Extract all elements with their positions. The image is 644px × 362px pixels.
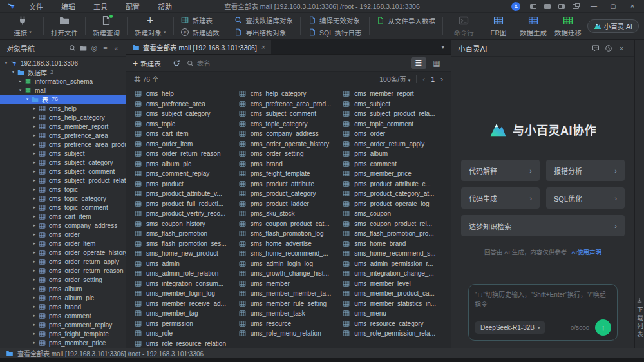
table-item[interactable]: sms_coupon bbox=[343, 209, 447, 219]
chevron-right-icon[interactable]: ▸ bbox=[31, 142, 38, 147]
tree-item-cms_prefrence_area[interactable]: ▸cms_prefrence_area bbox=[0, 131, 126, 140]
table-item[interactable]: sms_flash_promotion_pro... bbox=[343, 229, 447, 239]
table-item[interactable]: ums_integration_change_... bbox=[343, 269, 447, 279]
send-button[interactable]: ↑ bbox=[595, 319, 611, 336]
list-view-toggle[interactable]: ☰ bbox=[411, 57, 426, 69]
table-item[interactable]: ums_member_tag bbox=[135, 309, 239, 319]
table-item[interactable]: pms_album_pic bbox=[135, 159, 239, 169]
chevron-right-icon[interactable]: ▸ bbox=[31, 322, 38, 327]
grid-view-toggle[interactable]: ▦ bbox=[429, 57, 444, 69]
tree-item-[interactable]: ▾表76 bbox=[0, 95, 126, 104]
tree-item-pms_feight_template[interactable]: ▸pms_feight_template bbox=[0, 329, 126, 338]
table-search-input[interactable] bbox=[197, 59, 268, 67]
tree-item-pms_album[interactable]: ▸pms_album bbox=[0, 284, 126, 293]
table-item[interactable]: pms_product_attribute bbox=[239, 179, 343, 189]
toolbar-export-button[interactable]: 导出结构对象 bbox=[234, 28, 294, 37]
tree-item-pms_member_price[interactable]: ▸pms_member_price bbox=[0, 338, 126, 347]
table-item[interactable]: pms_album bbox=[343, 149, 447, 159]
table-item[interactable]: pms_product_ladder bbox=[239, 199, 343, 209]
chevron-right-icon[interactable]: ▸ bbox=[31, 331, 38, 336]
table-item[interactable]: cms_topic bbox=[135, 119, 239, 129]
toolbar-function-button[interactable]: F新建函数 bbox=[181, 28, 220, 37]
tree-item-oms_order_return_reason[interactable]: ▸oms_order_return_reason bbox=[0, 266, 126, 275]
table-item[interactable]: ums_member_task bbox=[239, 309, 343, 319]
table-item[interactable]: ums_admin_role_relation bbox=[135, 269, 239, 279]
page-size-select[interactable]: 100条/页 ▾ bbox=[379, 74, 410, 84]
table-item[interactable]: pms_product_category_at... bbox=[343, 189, 447, 199]
table-item[interactable]: cms_prefrence_area_prod... bbox=[239, 99, 343, 110]
table-item[interactable]: ums_admin_permission_r... bbox=[343, 259, 447, 269]
chevron-down-icon[interactable]: ▾ bbox=[24, 97, 31, 102]
table-item[interactable]: ums_member_product_ca... bbox=[343, 289, 447, 299]
toolbar-data-migrate-button[interactable]: 数据迁移 bbox=[551, 14, 585, 39]
table-item[interactable]: ums_member_login_log bbox=[135, 289, 239, 299]
refresh-button[interactable] bbox=[171, 57, 182, 69]
chevron-right-icon[interactable]: ▸ bbox=[31, 178, 38, 183]
chevron-right-icon[interactable]: ▸ bbox=[31, 214, 38, 219]
table-item[interactable]: pms_product_attribute_v... bbox=[135, 189, 239, 199]
menu-item-0[interactable]: 文件 bbox=[21, 1, 51, 12]
table-item[interactable]: ums_member_receive_ad... bbox=[135, 299, 239, 309]
table-item[interactable]: ums_member_member_ta... bbox=[239, 289, 343, 299]
quick-action-0[interactable]: 代码解释› bbox=[461, 160, 540, 181]
table-item[interactable]: ums_member_statistics_in... bbox=[343, 299, 447, 309]
chevron-right-icon[interactable]: ▸ bbox=[31, 106, 38, 111]
table-item[interactable]: ums_resource_category bbox=[343, 319, 447, 329]
chevron-right-icon[interactable]: ▸ bbox=[31, 277, 38, 282]
quick-action-2[interactable]: 代码生成› bbox=[461, 187, 540, 209]
table-item[interactable]: cms_topic_category bbox=[239, 119, 343, 129]
table-item[interactable]: ums_member_level bbox=[343, 279, 447, 289]
tab-list-chevron-icon[interactable]: ▾ bbox=[435, 40, 451, 54]
tree-item-cms_topic[interactable]: ▸cms_topic bbox=[0, 185, 126, 194]
table-item[interactable]: ums_admin_login_log bbox=[239, 259, 343, 269]
table-item[interactable]: pms_member_price bbox=[343, 169, 447, 179]
chevron-down-icon[interactable]: ▾ bbox=[3, 61, 10, 66]
toolbar-data-generate-button[interactable]: 数据生成 bbox=[516, 14, 551, 39]
minimize-button[interactable]: — bbox=[586, 1, 601, 12]
tree-item-pms_comment_replay[interactable]: ▸pms_comment_replay bbox=[0, 320, 126, 329]
table-item[interactable]: oms_order_return_apply bbox=[343, 139, 447, 149]
tab-close-icon[interactable]: × bbox=[261, 43, 265, 51]
table-item[interactable]: sms_home_recommend_s... bbox=[343, 249, 447, 259]
tab-view-all-tables[interactable]: 查看全部表 mall [192.168.3.101:3306] × bbox=[126, 40, 271, 54]
toolbar-er-diagram-button[interactable]: ER图 bbox=[481, 14, 516, 39]
tree-item-oms_order_item[interactable]: ▸oms_order_item bbox=[0, 239, 126, 248]
ai-usage-statement-link[interactable]: AI使用声明 bbox=[571, 247, 601, 256]
table-item[interactable]: ums_role_resource_relation bbox=[135, 339, 239, 348]
table-item[interactable]: oms_cart_item bbox=[135, 129, 239, 139]
download-icon[interactable] bbox=[636, 297, 643, 303]
tree-item-cms_prefrence_area_produc...[interactable]: ▸cms_prefrence_area_produc... bbox=[0, 140, 126, 149]
chevron-right-icon[interactable]: ▸ bbox=[31, 151, 38, 156]
chevron-right-icon[interactable]: ▸ bbox=[31, 250, 38, 255]
chevron-right-icon[interactable]: ▸ bbox=[31, 205, 38, 210]
tree-item-192.168.3.101:3306[interactable]: ▾192.168.3.101:3306 bbox=[0, 59, 126, 68]
chevron-right-icon[interactable]: ▸ bbox=[31, 232, 38, 237]
chevron-right-icon[interactable]: ▸ bbox=[31, 133, 38, 138]
table-item[interactable]: oms_company_address bbox=[239, 129, 343, 139]
table-item[interactable]: ums_role_menu_relation bbox=[239, 329, 343, 339]
table-item[interactable]: sms_flash_promotion bbox=[135, 229, 239, 239]
table-item[interactable]: ums_admin bbox=[135, 259, 239, 269]
table-item[interactable]: pms_sku_stock bbox=[239, 209, 343, 219]
table-item[interactable]: cms_help bbox=[135, 89, 239, 99]
ai-assistant-button[interactable]: 小百灵 AI bbox=[587, 19, 639, 33]
table-item[interactable]: pms_product_operate_log bbox=[343, 199, 447, 209]
table-item[interactable]: sms_home_brand bbox=[343, 239, 447, 249]
chevron-right-icon[interactable]: ▸ bbox=[31, 115, 38, 120]
history-icon[interactable] bbox=[602, 43, 615, 53]
tree-item-cms_help_category[interactable]: ▸cms_help_category bbox=[0, 113, 126, 122]
toolbar-table-button[interactable]: 新建表 bbox=[181, 15, 220, 25]
tree-item-cms_subject_product_relation[interactable]: ▸cms_subject_product_relation bbox=[0, 176, 126, 185]
table-item[interactable]: ums_role_permission_rela... bbox=[343, 329, 447, 339]
ai-prompt-input[interactable] bbox=[475, 289, 611, 317]
tree-item-cms_help[interactable]: ▸cms_help bbox=[0, 104, 126, 113]
quick-action-3[interactable]: SQL优化› bbox=[546, 187, 625, 209]
table-item[interactable]: sms_coupon_history bbox=[135, 219, 239, 229]
table-item[interactable]: sms_home_advertise bbox=[239, 239, 343, 249]
table-item[interactable]: cms_subject_category bbox=[135, 109, 239, 119]
table-item[interactable]: ums_role bbox=[135, 329, 239, 339]
table-item[interactable]: sms_flash_promotion_log bbox=[239, 229, 343, 239]
layout-left-panel-toggle[interactable] bbox=[527, 2, 540, 11]
tree-item-pms_comment[interactable]: ▸pms_comment bbox=[0, 311, 126, 320]
table-item[interactable]: cms_topic_comment bbox=[343, 119, 447, 129]
